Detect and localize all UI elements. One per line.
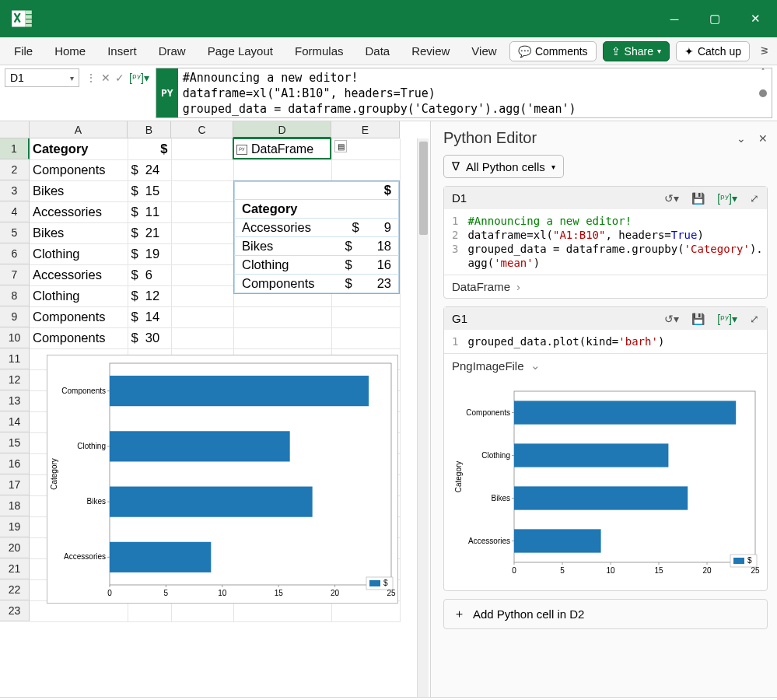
formula-bar-scroll[interactable]: ˆ <box>758 68 768 117</box>
maximize-button[interactable]: ▢ <box>704 12 726 26</box>
row-header-11[interactable]: 11 <box>0 348 30 369</box>
worksheet-grid[interactable]: ABCDE 1234567891011121314151617181920212… <box>0 121 431 697</box>
collapse-icon[interactable]: ⌄ <box>737 132 746 145</box>
minimize-button[interactable]: ─ <box>663 12 685 26</box>
code-editor-g1[interactable]: grouped_data.plot(kind='barh') <box>467 334 664 348</box>
comments-button[interactable]: 💬Comments <box>509 41 597 61</box>
cell[interactable] <box>171 201 233 222</box>
python-mode-icon[interactable]: [ᵖʸ]▾ <box>129 72 149 84</box>
row-header-22[interactable]: 22 <box>0 579 30 600</box>
row-header-5[interactable]: 5 <box>0 222 30 243</box>
catch-up-button[interactable]: ✦Catch up <box>676 41 750 61</box>
share-button[interactable]: ⇪Share▾ <box>603 41 670 61</box>
row-header-2[interactable]: 2 <box>0 159 30 180</box>
cell[interactable]: Bikes <box>30 180 128 201</box>
tab-formulas[interactable]: Formulas <box>285 40 353 62</box>
cell[interactable]: $ 24 <box>128 159 171 180</box>
save-icon[interactable]: 💾 <box>691 313 705 325</box>
cell[interactable]: Accessories <box>30 264 128 285</box>
tab-insert[interactable]: Insert <box>98 40 146 62</box>
cell[interactable] <box>331 159 400 180</box>
tab-page-layout[interactable]: Page Layout <box>198 40 282 62</box>
code-editor-d1[interactable]: #Announcing a new editor! dataframe=xl("… <box>467 214 762 270</box>
cell[interactable]: $ 14 <box>128 306 171 327</box>
row-header-17[interactable]: 17 <box>0 474 30 495</box>
row-header-4[interactable]: 4 <box>0 201 30 222</box>
cell[interactable] <box>233 306 331 327</box>
formula-bar[interactable]: PY #Announcing a new editor! dataframe=x… <box>156 68 772 118</box>
cell[interactable] <box>171 285 233 306</box>
cell[interactable] <box>171 327 233 348</box>
row-header-3[interactable]: 3 <box>0 180 30 201</box>
column-header-D[interactable]: D <box>233 121 331 138</box>
confirm-icon[interactable]: ✓ <box>115 72 124 84</box>
row-header-7[interactable]: 7 <box>0 264 30 285</box>
row-header-13[interactable]: 13 <box>0 390 30 411</box>
cell[interactable] <box>171 264 233 285</box>
cell[interactable] <box>171 306 233 327</box>
tab-data[interactable]: Data <box>355 40 399 62</box>
cell[interactable]: Clothing <box>30 243 128 264</box>
row-header-18[interactable]: 18 <box>0 495 30 516</box>
ribbon-options-icon[interactable]: ᕒ <box>756 45 772 57</box>
column-header-B[interactable]: B <box>128 121 171 138</box>
cell[interactable]: Components <box>30 327 128 348</box>
column-header-C[interactable]: C <box>171 121 233 138</box>
cell[interactable]: Components <box>30 306 128 327</box>
cell[interactable] <box>171 180 233 201</box>
column-header-E[interactable]: E <box>331 121 400 138</box>
name-box[interactable]: D1▾ <box>5 68 79 87</box>
cell[interactable]: $ 12 <box>128 285 171 306</box>
tab-review[interactable]: Review <box>402 40 459 62</box>
undo-icon[interactable]: ↺▾ <box>664 313 679 325</box>
card-icon[interactable]: ▤ <box>334 140 347 152</box>
cell[interactable] <box>171 138 233 159</box>
row-header-6[interactable]: 6 <box>0 243 30 264</box>
column-header-A[interactable]: A <box>30 121 128 138</box>
tab-home[interactable]: Home <box>45 40 95 62</box>
cell[interactable] <box>171 159 233 180</box>
save-icon[interactable]: 💾 <box>691 192 705 205</box>
cell[interactable]: $ 30 <box>128 327 171 348</box>
row-header-1[interactable]: 1 <box>0 138 30 159</box>
row-header-8[interactable]: 8 <box>0 285 30 306</box>
row-header-16[interactable]: 16 <box>0 453 30 474</box>
row-header-20[interactable]: 20 <box>0 537 30 558</box>
python-mode-icon[interactable]: [ᵖʸ]▾ <box>717 313 737 325</box>
tab-view[interactable]: View <box>462 40 506 62</box>
cell[interactable]: $ 11 <box>128 201 171 222</box>
output-d1[interactable]: DataFrame› <box>444 275 767 298</box>
cell-d1[interactable]: ᵖʸ DataFrame ▤ <box>233 140 331 159</box>
cell[interactable]: Bikes <box>30 222 128 243</box>
row-header-19[interactable]: 19 <box>0 516 30 537</box>
cell[interactable]: Accessories <box>30 201 128 222</box>
expand-icon[interactable]: ⤢ <box>750 192 759 205</box>
row-header-23[interactable]: 23 <box>0 600 30 621</box>
output-g1[interactable]: PngImageFile⌄ <box>444 353 767 377</box>
undo-icon[interactable]: ↺▾ <box>664 192 679 205</box>
cell[interactable]: Clothing <box>30 285 128 306</box>
row-header-14[interactable]: 14 <box>0 411 30 432</box>
cell[interactable] <box>171 222 233 243</box>
cell[interactable] <box>171 243 233 264</box>
filter-dropdown[interactable]: ∇ All Python cells ▾ <box>443 155 564 178</box>
formula-bar-code[interactable]: #Announcing a new editor! dataframe=xl("… <box>178 68 581 117</box>
cell[interactable] <box>331 306 400 327</box>
tab-draw[interactable]: Draw <box>149 40 195 62</box>
cell[interactable] <box>233 159 331 180</box>
embedded-chart[interactable]: CategoryComponentsClothingBikesAccessori… <box>47 355 398 604</box>
vertical-scrollbar[interactable] <box>417 138 429 697</box>
cell[interactable]: $ 19 <box>128 243 171 264</box>
row-header-9[interactable]: 9 <box>0 306 30 327</box>
add-python-cell-button[interactable]: ＋ Add Python cell in D2 <box>443 599 768 629</box>
select-all-corner[interactable] <box>0 121 30 138</box>
cancel-icon[interactable]: ✕ <box>101 72 110 84</box>
row-header-12[interactable]: 12 <box>0 369 30 390</box>
row-header-10[interactable]: 10 <box>0 327 30 348</box>
cell[interactable]: $ 15 <box>128 180 171 201</box>
close-panel-icon[interactable]: ✕ <box>758 132 768 145</box>
expand-icon[interactable]: ⤢ <box>750 313 759 325</box>
tab-file[interactable]: File <box>5 40 42 62</box>
cell[interactable] <box>331 327 400 348</box>
close-button[interactable]: ✕ <box>744 12 766 26</box>
